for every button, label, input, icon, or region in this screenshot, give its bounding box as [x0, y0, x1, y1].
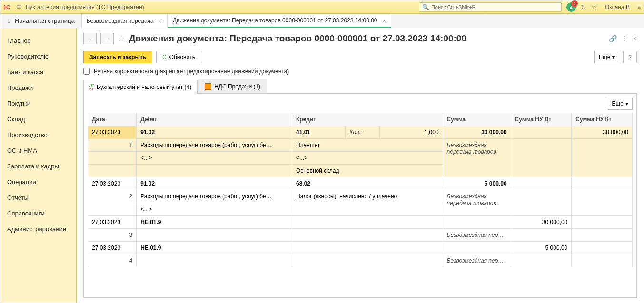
dtkt-icon: ДтКт [89, 83, 94, 91]
nav-forward-button[interactable]: → [100, 33, 114, 44]
tab-free-transfer[interactable]: Безвозмездная передача × [81, 14, 168, 28]
sidebar-item-admin[interactable]: Администрирование [0, 221, 76, 237]
tab-label: Движения документа: Передача товаров 000… [173, 17, 377, 24]
topbar: 1С ≡ Бухгалтерия предприятия (1С:Предпри… [0, 0, 644, 14]
close-icon[interactable]: × [383, 18, 386, 23]
kebab-icon[interactable]: ⋮ [622, 35, 628, 42]
user-name[interactable]: Оксана В [605, 4, 630, 10]
document-tabs: ⌂ Начальная страница Безвозмездная перед… [0, 14, 644, 28]
tab-vat-label: НДС Продажи (1) [214, 83, 260, 90]
toolbar: Записать и закрыть С Обновить Еще ▾ ? [83, 51, 637, 63]
th-debit[interactable]: Дебет [137, 113, 292, 126]
manual-correction-checkbox[interactable] [83, 68, 90, 75]
app-title: Бухгалтерия предприятия (1С:Предприятие) [26, 4, 144, 10]
table-area: Еще ▾ Дата Дебет Кредит Сумма Сумма НУ Д… [83, 94, 637, 298]
th-sum[interactable]: Сумма [443, 113, 511, 126]
sidebar-item-catalogs[interactable]: Справочники [0, 205, 76, 221]
notifications-icon[interactable]: ▲2 [566, 2, 576, 12]
favorites-icon[interactable]: ☆ [591, 3, 597, 11]
sidebar-item-bank[interactable]: Банк и касса [0, 64, 76, 80]
home-tab[interactable]: ⌂ Начальная страница [0, 14, 81, 28]
table-row[interactable]: 27.03.2023 91.02 68.02 5 000,00 [88, 177, 633, 190]
postings-table: Дата Дебет Кредит Сумма Сумма НУ Дт Сумм… [88, 113, 633, 267]
sidebar-item-purchases[interactable]: Покупки [0, 96, 76, 111]
th-credit[interactable]: Кредит [292, 113, 443, 126]
table-more-button[interactable]: Еще ▾ [608, 98, 633, 110]
more-button[interactable]: Еще ▾ [594, 51, 619, 63]
svg-text:1С: 1С [3, 4, 10, 10]
table-row[interactable]: 27.03.2023 НЕ.01.9 30 000,00 [88, 216, 633, 229]
table-row[interactable]: 4 Безвозмездная пер… [88, 254, 633, 267]
main-content: ← → ☆ Движения документа: Передача товар… [77, 28, 644, 303]
more-label: Еще [599, 54, 610, 60]
register-tabs: ДтКт Бухгалтерский и налоговый учет (4) … [83, 79, 637, 94]
save-close-button[interactable]: Записать и закрыть [83, 51, 152, 63]
sidebar-item-assets[interactable]: ОС и НМА [0, 143, 76, 158]
sidebar-item-production[interactable]: Производство [0, 127, 76, 143]
page-title: Движения документа: Передача товаров 000… [129, 33, 605, 44]
nav-back-button[interactable]: ← [83, 33, 97, 44]
home-tab-label: Начальная страница [15, 17, 75, 24]
manual-correction-label: Ручная корректировка (разрешает редактир… [94, 68, 289, 75]
th-nudt[interactable]: Сумма НУ Дт [511, 113, 572, 126]
sidebar: Главное Руководителю Банк и касса Продаж… [0, 28, 77, 303]
table-row[interactable]: 1 Расходы по передаче товаров (работ, ус… [88, 139, 633, 152]
table-row[interactable]: 3 Безвозмездная пер… [88, 229, 633, 242]
sidebar-item-manager[interactable]: Руководителю [0, 49, 76, 64]
sidebar-item-sales[interactable]: Продажи [0, 80, 76, 96]
table-row[interactable]: 27.03.2023 91.02 41.01 Кол.: 1,000 30 00… [88, 126, 633, 139]
chevron-down-icon: ▾ [625, 100, 628, 107]
sidebar-item-warehouse[interactable]: Склад [0, 111, 76, 127]
manual-correction-row: Ручная корректировка (разрешает редактир… [83, 68, 637, 75]
tab-accounting-label: Бухгалтерский и налоговый учет (4) [97, 84, 191, 90]
refresh-button[interactable]: С Обновить [156, 51, 201, 63]
tab-document-movements[interactable]: Движения документа: Передача товаров 000… [168, 14, 391, 28]
close-panel-icon[interactable]: × [633, 35, 637, 42]
table-more-label: Еще [612, 100, 624, 107]
table-header-row: Дата Дебет Кредит Сумма Сумма НУ Дт Сумм… [88, 113, 633, 126]
sidebar-item-operations[interactable]: Операции [0, 174, 76, 190]
th-nukt[interactable]: Сумма НУ Кт [572, 113, 633, 126]
tab-label: Безвозмездная передача [87, 18, 154, 24]
search-box[interactable]: 🔍 [419, 2, 562, 12]
settings-icon[interactable]: ≡ [637, 4, 641, 10]
refresh-icon: С [162, 54, 167, 60]
table-row[interactable]: 2 Расходы по передаче товаров (работ, ус… [88, 190, 633, 203]
th-date[interactable]: Дата [88, 113, 137, 126]
menu-icon[interactable]: ≡ [17, 3, 21, 11]
refresh-label: Обновить [169, 54, 195, 60]
sidebar-item-salary[interactable]: Зарплата и кадры [0, 158, 76, 174]
search-icon: 🔍 [422, 4, 429, 10]
close-icon[interactable]: × [159, 18, 162, 24]
link-icon[interactable]: 🔗 [609, 35, 617, 42]
notifications-badge: 2 [571, 0, 578, 7]
document-icon [205, 83, 211, 90]
history-icon[interactable]: ↻ [581, 3, 586, 11]
app-logo: 1С [3, 3, 14, 11]
tab-vat-sales[interactable]: НДС Продажи (1) [198, 79, 267, 93]
help-button[interactable]: ? [623, 51, 637, 63]
search-input[interactable] [431, 4, 558, 10]
sidebar-item-reports[interactable]: Отчеты [0, 190, 76, 205]
sidebar-item-main[interactable]: Главное [0, 33, 76, 49]
home-icon: ⌂ [7, 17, 11, 24]
tab-accounting[interactable]: ДтКт Бухгалтерский и налоговый учет (4) [83, 80, 198, 94]
table-row[interactable]: 27.03.2023 НЕ.01.9 5 000,00 [88, 242, 633, 254]
favorite-star-icon[interactable]: ☆ [118, 33, 125, 44]
chevron-down-icon: ▾ [612, 54, 615, 60]
